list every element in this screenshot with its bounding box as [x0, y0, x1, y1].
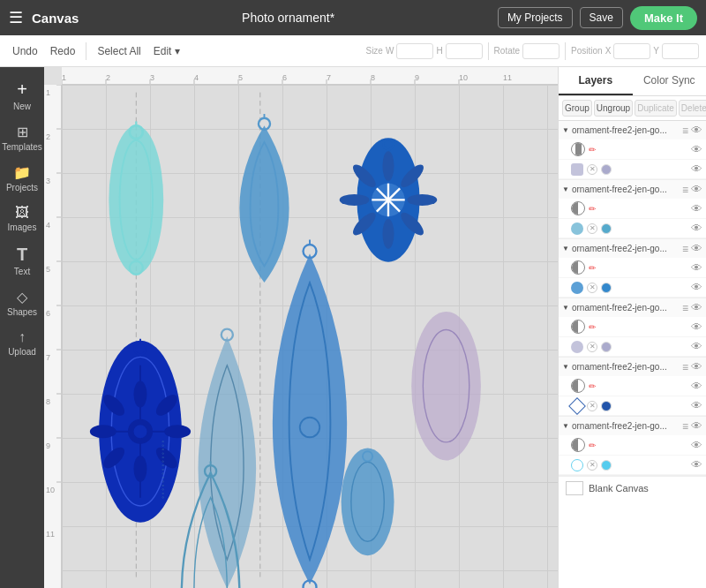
make-it-button[interactable]: Make It: [630, 6, 697, 30]
eye-icon-6[interactable]: 👁: [691, 419, 702, 433]
more-icon-3: ≡: [682, 243, 688, 255]
blank-canvas-swatch: [566, 481, 583, 495]
redo-button[interactable]: Redo: [45, 41, 81, 61]
sidebar-item-new[interactable]: + New: [3, 74, 41, 117]
eye-icon-2a[interactable]: 👁: [691, 202, 702, 215]
group-button[interactable]: Group: [562, 100, 592, 117]
sidebar-item-text[interactable]: T Text: [3, 239, 41, 282]
pencil-icon-5a[interactable]: ✏: [589, 381, 596, 391]
eye-icon-4a[interactable]: 👁: [691, 320, 702, 334]
eye-icon-4b[interactable]: 👁: [691, 340, 702, 353]
layer-item-5a[interactable]: ✏ 👁: [559, 376, 706, 396]
main-area: + New ⊞ Templates 📁 Projects 🖼 Images T …: [0, 67, 706, 588]
layer-group-5-header[interactable]: ▼ ornament-free2-jen-go... ≡ 👁: [559, 358, 706, 376]
pencil-icon-4a[interactable]: ✏: [589, 322, 596, 332]
layer-item-4b[interactable]: ✕ 👁: [559, 337, 706, 357]
svg-text:5: 5: [238, 73, 243, 82]
height-input[interactable]: [446, 43, 483, 59]
layer-item-2a[interactable]: ✏ 👁: [559, 199, 706, 219]
eye-icon-5a[interactable]: 👁: [691, 380, 702, 393]
eye-icon-3[interactable]: 👁: [691, 242, 702, 255]
delete-button[interactable]: Delete: [679, 100, 706, 117]
rotate-input[interactable]: [522, 43, 560, 59]
svg-point-71: [133, 425, 146, 438]
tab-layers[interactable]: Layers: [559, 67, 633, 95]
sidebar-item-images[interactable]: 🖼 Images: [3, 200, 41, 237]
layer-item-4a[interactable]: ✏ 👁: [559, 317, 706, 337]
x-btn-1b[interactable]: ✕: [587, 164, 597, 175]
sidebar-item-shapes[interactable]: ◇ Shapes: [3, 283, 41, 322]
x-btn-3b[interactable]: ✕: [587, 283, 597, 293]
pencil-icon-6a[interactable]: ✏: [589, 441, 596, 450]
svg-point-44: [109, 125, 163, 275]
more-icon-5: ≡: [682, 361, 688, 373]
layer-group-3-header[interactable]: ▼ ornament-free2-jen-go... ≡ 👁: [559, 239, 706, 258]
eye-icon-2b[interactable]: 👁: [691, 222, 702, 235]
x-input[interactable]: [613, 43, 650, 59]
hamburger-icon[interactable]: ☰: [9, 8, 23, 27]
y-label: Y: [653, 46, 659, 56]
more-icon-2: ≡: [682, 184, 688, 196]
layer-item-1a[interactable]: ✏ 👁: [559, 139, 706, 160]
tab-color-sync[interactable]: Color Sync: [633, 67, 707, 95]
eye-icon-2[interactable]: 👁: [691, 183, 702, 196]
my-projects-button[interactable]: My Projects: [498, 7, 573, 28]
layer-group-6-header[interactable]: ▼ ornament-free2-jen-go... ≡ 👁: [559, 417, 706, 435]
pencil-icon-2a[interactable]: ✏: [589, 204, 596, 214]
x-btn-2b[interactable]: ✕: [587, 223, 597, 234]
eye-icon-1a[interactable]: 👁: [691, 143, 702, 156]
shape-icon-2b: [571, 222, 583, 235]
x-btn-4b[interactable]: ✕: [587, 342, 597, 352]
canvas-area[interactable]: 1 2 3 4 5 6 7 8 9 10 11 1 2: [44, 67, 558, 588]
eye-icon-6a[interactable]: 👁: [691, 439, 702, 452]
ungroup-button[interactable]: Ungroup: [594, 100, 633, 117]
sidebar-item-upload[interactable]: ↑ Upload: [3, 324, 41, 362]
layer-item-2b[interactable]: ✕ 👁: [559, 219, 706, 238]
eye-icon-1[interactable]: 👁: [691, 124, 702, 137]
eye-icon-1b[interactable]: 👁: [691, 162, 702, 176]
layer-item-6a[interactable]: ✏ 👁: [559, 435, 706, 456]
eye-icon-5[interactable]: 👁: [691, 360, 702, 373]
select-all-button[interactable]: Select All: [92, 41, 146, 61]
eye-icon-5b[interactable]: 👁: [691, 399, 702, 412]
width-input[interactable]: [396, 43, 433, 59]
save-button[interactable]: Save: [580, 7, 623, 28]
half-circle-icon-1a: [571, 142, 585, 156]
color-dot-2b: [601, 223, 612, 234]
undo-button[interactable]: Undo: [7, 41, 43, 61]
layer-item-1b[interactable]: ✕ 👁: [559, 160, 706, 179]
arrow-icon-3: ▼: [562, 245, 569, 253]
eye-icon-4[interactable]: 👁: [691, 301, 702, 314]
svg-point-63: [340, 194, 370, 206]
layer-item-3b[interactable]: ✕ 👁: [559, 278, 706, 298]
duplicate-button[interactable]: Duplicate: [635, 100, 677, 117]
layer-group-4-name: ornament-free2-jen-go...: [572, 303, 680, 313]
sidebar-item-templates[interactable]: ⊞ Templates: [3, 118, 41, 157]
eye-icon-3b[interactable]: 👁: [691, 281, 702, 294]
x-btn-5b[interactable]: ✕: [587, 401, 597, 411]
layer-item-3a[interactable]: ✏ 👁: [559, 258, 706, 278]
layer-group-3: ▼ ornament-free2-jen-go... ≡ 👁 ✏ 👁 ✕: [559, 239, 706, 298]
y-input[interactable]: [662, 43, 699, 59]
layer-group-1-header[interactable]: ▼ ornament-free2-jen-go... ≡ 👁: [559, 121, 706, 139]
shape-icon-1b: [571, 163, 583, 176]
shape-icon-4b: [571, 341, 583, 353]
layer-group-2-header[interactable]: ▼ ornament-free2-jen-go... ≡ 👁: [559, 180, 706, 199]
layer-item-5b[interactable]: ✕ 👁: [559, 396, 706, 416]
sidebar-item-projects[interactable]: 📁 Projects: [3, 159, 41, 198]
edit-button[interactable]: Edit ▾: [148, 41, 185, 61]
canvas-grid[interactable]: ◦◦◦◦◦◦◦◦◦◦◦◦◦◦◦: [62, 85, 558, 588]
layer-item-6b[interactable]: ✕ 👁: [559, 456, 706, 475]
eye-icon-3a[interactable]: 👁: [691, 261, 702, 275]
x-btn-6b[interactable]: ✕: [587, 460, 597, 471]
svg-point-59: [408, 194, 438, 206]
svg-text:8: 8: [371, 73, 375, 82]
layer-group-4: ▼ ornament-free2-jen-go... ≡ 👁 ✏ 👁 ✕: [559, 298, 706, 358]
layer-group-4-header[interactable]: ▼ ornament-free2-jen-go... ≡ 👁: [559, 298, 706, 317]
left-sidebar: + New ⊞ Templates 📁 Projects 🖼 Images T …: [0, 67, 44, 588]
pencil-icon-1a[interactable]: ✏: [589, 145, 596, 155]
eye-icon-6b[interactable]: 👁: [691, 458, 702, 471]
blank-canvas-item: Blank Canvas: [559, 476, 706, 500]
svg-text:9: 9: [46, 441, 50, 450]
pencil-icon-3a[interactable]: ✏: [589, 263, 596, 273]
